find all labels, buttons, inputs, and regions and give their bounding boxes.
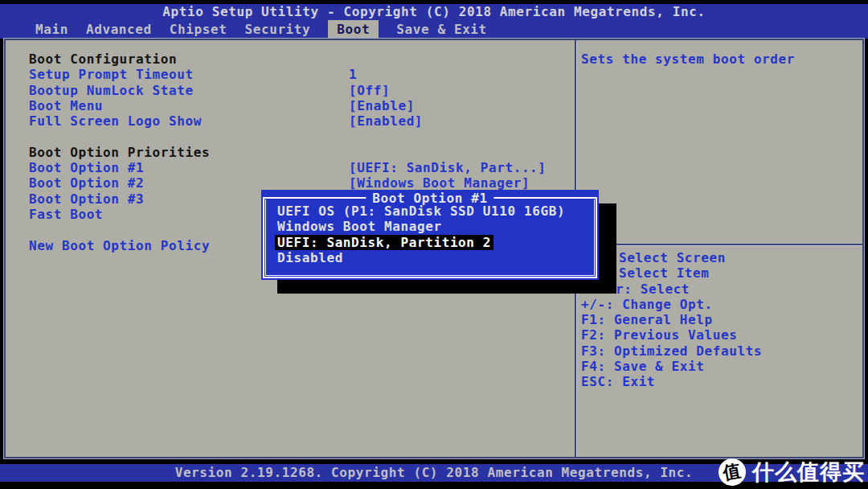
- help-key-line: Select Item: [619, 265, 762, 281]
- tab-save-exit[interactable]: Save & Exit: [396, 20, 487, 39]
- option-value: [Enabled]: [349, 113, 423, 129]
- tab-chipset[interactable]: Chipset: [170, 20, 227, 39]
- popup-option-list: UEFI OS (P1: SanDisk SSD U110 16GB)Windo…: [277, 203, 594, 265]
- popup-option-selected: UEFI: SanDisk, Partition 2: [275, 235, 493, 250]
- bios-screen: Aptio Setup Utility - Copyright (C) 2018…: [0, 0, 868, 489]
- option-label: Bootup NumLock State: [29, 83, 194, 98]
- option-label: Boot Menu: [29, 98, 103, 113]
- smzdm-watermark-text: 什么值得买: [752, 458, 865, 487]
- popup-option[interactable]: UEFI OS (P1: SanDisk SSD U110 16GB): [277, 203, 594, 219]
- option-value: 1: [349, 67, 357, 82]
- option-label: New Boot Option Policy: [29, 238, 210, 253]
- option-label: Setup Prompt Timeout: [29, 67, 194, 82]
- help-key-line: Select Screen: [619, 250, 762, 265]
- section-header: Boot Option Priorities: [6, 145, 573, 160]
- window-title: Aptio Setup Utility - Copyright (C) 2018…: [0, 4, 868, 20]
- bios-option-row[interactable]: Setup Prompt Timeout1: [6, 67, 573, 82]
- smzdm-badge-icon: 值: [716, 456, 747, 487]
- popup-option[interactable]: Windows Boot Manager: [277, 219, 594, 234]
- option-value: [UEFI: SanDisk, Part...]: [349, 160, 547, 175]
- smzdm-watermark: 值 什么值得买: [719, 455, 866, 489]
- popup-option[interactable]: Disabled: [277, 250, 594, 265]
- help-key-line: ESC: Exit: [581, 374, 762, 389]
- popup-option-text: Disabled: [277, 250, 343, 265]
- bios-option-row[interactable]: Boot Option #2[Windows Boot Manager]: [6, 175, 573, 191]
- option-label: Boot Option #1: [29, 160, 144, 175]
- option-label: Fast Boot: [29, 207, 103, 222]
- section-header: Boot Configuration: [6, 51, 573, 67]
- popup-option[interactable]: UEFI: SanDisk, Partition 2: [277, 235, 594, 250]
- option-value: [Enable]: [349, 98, 415, 113]
- help-key-line: r: Select: [616, 281, 762, 297]
- option-value: [Windows Boot Manager]: [349, 175, 530, 191]
- boot-option-popup: Boot Option #1 UEFI OS (P1: SanDisk SSD …: [261, 190, 599, 280]
- popup-option-text: Windows Boot Manager: [277, 219, 442, 234]
- blank-row: [6, 129, 573, 144]
- help-key-line: F2: Previous Values: [581, 327, 762, 343]
- help-key-line: F3: Optimized Defaults: [581, 343, 762, 359]
- help-key-line: F4: Save & Exit: [581, 359, 762, 374]
- option-label: Boot Option #2: [29, 175, 144, 191]
- menu-tab-bar: MainAdvancedChipsetSecurityBootSave & Ex…: [0, 20, 868, 39]
- bios-option-row[interactable]: Bootup NumLock State[Off]: [6, 83, 573, 98]
- option-label: Boot Configuration: [29, 51, 177, 67]
- help-key-line: F1: General Help: [581, 312, 762, 327]
- tab-main[interactable]: Main: [35, 20, 68, 39]
- tab-security[interactable]: Security: [244, 20, 310, 39]
- bios-option-row[interactable]: Boot Menu[Enable]: [6, 98, 573, 113]
- option-label: Full Screen Logo Show: [29, 113, 202, 129]
- bios-option-row[interactable]: Full Screen Logo Show[Enabled]: [6, 113, 573, 129]
- tab-boot[interactable]: Boot: [328, 20, 379, 39]
- help-divider: [577, 244, 862, 246]
- option-label: Boot Option Priorities: [29, 145, 210, 160]
- bios-option-row[interactable]: Boot Option #1[UEFI: SanDisk, Part...]: [6, 160, 573, 175]
- tab-advanced[interactable]: Advanced: [86, 20, 152, 39]
- popup-option-text: UEFI OS (P1: SanDisk SSD U110 16GB): [277, 203, 565, 219]
- help-description: Sets the system boot order: [581, 51, 795, 67]
- help-panel: Sets the system boot order Select Screen…: [577, 40, 862, 457]
- option-value: [Off]: [349, 83, 390, 98]
- option-label: Boot Option #3: [29, 191, 144, 207]
- help-key-line: +/-: Change Opt.: [581, 297, 762, 312]
